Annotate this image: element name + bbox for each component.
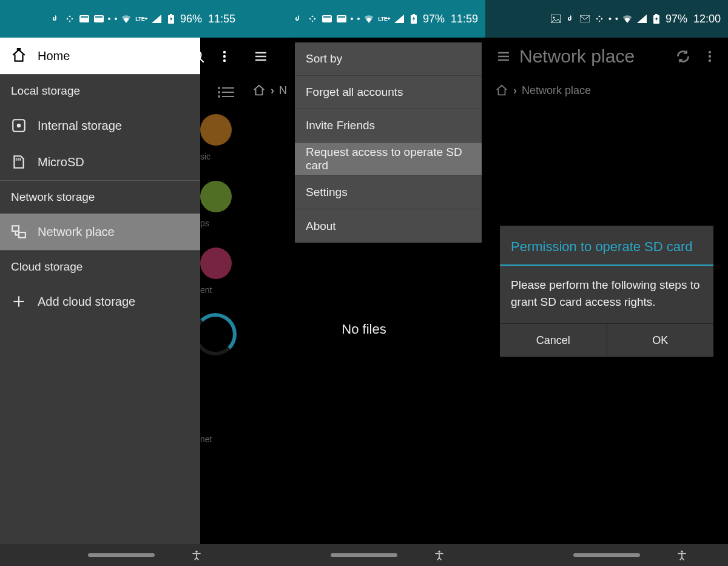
accessibility-icon[interactable] — [676, 549, 688, 561]
svg-rect-39 — [580, 15, 590, 22]
svg-rect-1 — [81, 16, 88, 18]
svg-rect-28 — [323, 16, 331, 18]
status-bar: • • 97% 12:00 — [485, 0, 728, 38]
pinwheel-icon — [64, 13, 75, 24]
menu-about[interactable]: About — [295, 209, 482, 243]
home-icon[interactable] — [495, 84, 508, 97]
nav-pill[interactable] — [331, 553, 397, 557]
screenshot-1: • • LTE+ 96% 11:55 File Manager sic ps — [0, 0, 243, 566]
svg-point-36 — [438, 551, 440, 553]
breadcrumb: › Network place — [485, 75, 728, 106]
list-view-icon[interactable] — [217, 86, 234, 99]
signal-icon — [151, 13, 162, 24]
accessibility-icon[interactable] — [190, 549, 203, 561]
network-icon — [11, 224, 27, 240]
svg-rect-3 — [95, 16, 103, 18]
ok-button[interactable]: OK — [607, 324, 714, 357]
menu-settings[interactable]: Settings — [295, 176, 482, 209]
svg-point-26 — [195, 551, 197, 553]
more-vert-icon[interactable] — [701, 48, 718, 65]
svg-point-10 — [223, 59, 226, 62]
svg-rect-29 — [337, 15, 346, 22]
wifi-icon — [622, 13, 633, 24]
menu-invite-friends[interactable]: Invite Friends — [295, 109, 482, 143]
drawer-label: Network place — [38, 225, 115, 239]
app-bar: Network place — [485, 38, 728, 75]
svg-rect-32 — [413, 14, 415, 15]
refresh-icon[interactable] — [675, 48, 692, 65]
drawer-item-internal[interactable]: Internal storage — [0, 107, 200, 144]
status-bar: • • LTE+ 96% 11:55 — [0, 0, 243, 38]
menu-forget-accounts[interactable]: Forget all accounts — [295, 76, 482, 109]
clock-time: 11:59 — [451, 13, 478, 25]
permission-dialog: Permission to operate SD card Please per… — [500, 226, 713, 357]
nav-pill[interactable] — [88, 553, 155, 557]
svg-rect-30 — [338, 16, 345, 18]
dot-icon: • — [351, 14, 354, 24]
drawer-label: MicroSD — [38, 155, 84, 169]
menu-sort-by[interactable]: Sort by — [295, 42, 482, 76]
dialog-body: Please perform the following steps to gr… — [500, 266, 713, 323]
drawer-header-local: Local storage — [0, 75, 200, 107]
breadcrumb-text: Network place — [522, 84, 591, 97]
dot-icon: • — [608, 14, 612, 24]
bg-music-label: sic — [200, 152, 243, 161]
pinwheel-icon — [594, 13, 605, 24]
cancel-button[interactable]: Cancel — [500, 324, 607, 357]
news-icon-2 — [336, 13, 347, 24]
storage-icon — [11, 118, 27, 133]
svg-point-15 — [218, 91, 220, 93]
lte-label: LTE+ — [135, 16, 147, 22]
svg-rect-0 — [79, 15, 89, 22]
overflow-menu: Sort by Forget all accounts Invite Frien… — [295, 42, 482, 243]
nav-bar — [0, 544, 243, 566]
dot-icon: • — [615, 14, 618, 24]
screenshot-2: • • LTE+ 97% 11:59 › N No files Sort by … — [243, 0, 485, 566]
drawer-header-network: Network storage — [0, 181, 200, 214]
three-screenshots: • • LTE+ 96% 11:55 File Manager sic ps — [0, 0, 728, 566]
news-icon — [79, 13, 90, 24]
drawer-item-network-place[interactable]: Network place — [0, 214, 200, 250]
gmail-icon — [579, 13, 590, 24]
hamburger-icon[interactable] — [495, 48, 512, 65]
svg-point-16 — [218, 95, 220, 98]
more-vert-icon[interactable] — [216, 48, 233, 65]
battery-charging-icon — [651, 13, 662, 24]
drawer-item-add-cloud[interactable]: Add cloud storage — [0, 283, 200, 320]
svg-point-45 — [709, 51, 711, 53]
svg-point-48 — [681, 551, 682, 553]
tiktok-icon — [292, 13, 303, 24]
svg-point-9 — [223, 55, 226, 58]
svg-rect-27 — [322, 15, 332, 22]
nav-pill[interactable] — [573, 553, 640, 557]
menu-request-sd-access[interactable]: Request access to operate SD card — [295, 143, 482, 176]
clock-time: 12:00 — [693, 13, 721, 25]
signal-icon — [394, 13, 405, 24]
svg-line-7 — [200, 58, 204, 62]
image-icon — [550, 13, 561, 24]
bg-recent-label: ent — [200, 285, 243, 295]
drawer-label: Add cloud storage — [38, 295, 135, 309]
no-files-label: No files — [243, 322, 485, 337]
dot-icon: • — [114, 14, 117, 24]
home-icon — [11, 48, 27, 64]
signal-icon — [636, 13, 647, 24]
accessibility-icon[interactable] — [433, 549, 445, 561]
news-icon-2 — [93, 13, 104, 24]
pinwheel-icon — [307, 13, 318, 24]
app-title: Network place — [519, 46, 665, 67]
drawer-item-home[interactable]: Home — [0, 38, 200, 74]
battery-percent: 97% — [423, 13, 445, 25]
storage-ring-icon — [194, 313, 237, 355]
svg-rect-5 — [170, 14, 172, 15]
wifi-icon — [363, 13, 374, 24]
svg-point-8 — [223, 51, 226, 53]
drawer-item-microsd[interactable]: MicroSD — [0, 144, 200, 180]
lte-label: LTE+ — [378, 16, 390, 22]
sd-card-icon — [11, 154, 27, 170]
home-icon[interactable] — [252, 84, 266, 97]
hamburger-icon[interactable] — [252, 48, 269, 65]
drawer-label: Home — [38, 49, 70, 63]
breadcrumb-text: N — [279, 84, 287, 97]
dialog-title: Permission to operate SD card — [500, 226, 713, 264]
